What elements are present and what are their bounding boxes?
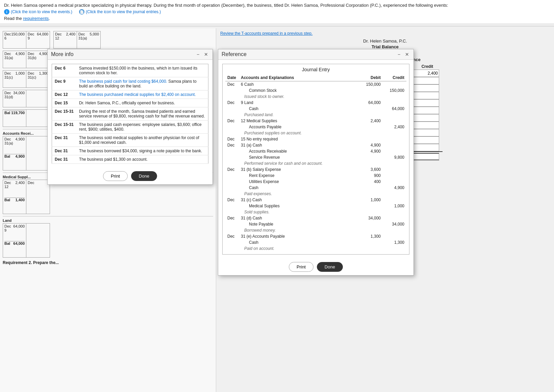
je-account: Purchased supplies on account.: [239, 130, 359, 136]
je-date: Dec: [225, 233, 239, 239]
je-credit: 2,400: [383, 124, 406, 130]
review-taccounts-link[interactable]: Review the T-accounts prepared in a prev…: [220, 31, 550, 36]
main-description: Dr. Helen Samoa opened a medical practic…: [4, 3, 550, 8]
event-text: The business borrowed $34,000, signing a…: [76, 147, 208, 155]
entry-dec31a: Dec 31(a)4,900: [4, 52, 25, 60]
requirement2-label: Requirement 2. Prepare the...: [3, 260, 213, 265]
taccount-dec12: Dec 122,400 Dec 31(a)5,000: [53, 31, 101, 49]
je-account: Performed service for cash and on accoun…: [239, 160, 359, 166]
je-date: [225, 227, 239, 233]
je-debit: [359, 227, 383, 233]
je-row: Medical Supplies1,000: [225, 203, 406, 209]
event-text: The business sold medical supplies to an…: [76, 134, 208, 147]
land-label: Land: [3, 218, 213, 223]
entry-dec31c-right: Dec 31(c)1,300: [28, 71, 48, 79]
event-row: Dec 15-31During the rest of the month, S…: [52, 107, 208, 121]
tb-credit-cell[interactable]: [412, 99, 443, 107]
tb-credit-cell[interactable]: [412, 129, 443, 136]
journal-entry-container: Journal Entry Date Accounts and Explanat…: [222, 64, 409, 255]
je-date: [225, 148, 239, 154]
tb-credit-cell[interactable]: [412, 92, 443, 99]
more-info-close[interactable]: ✕: [203, 51, 209, 57]
reference-dialog[interactable]: Reference − ✕ Journal Entry Date Account…: [218, 49, 414, 276]
ms-dec12: Dec 122,400: [4, 181, 25, 189]
taccount-dec6: Dec 6150,000 Dec 964,000: [3, 31, 50, 49]
doc-icon: 📄: [79, 9, 84, 15]
je-account: Accounts Payable: [239, 124, 359, 130]
je-credit: 34,000: [383, 221, 406, 227]
reference-minimize[interactable]: −: [396, 51, 402, 57]
je-th-date: Date: [225, 74, 239, 81]
je-row: Paid expenses.: [225, 191, 406, 197]
je-date: Dec: [225, 215, 239, 221]
je-debit: [359, 239, 383, 245]
je-debit: [359, 136, 383, 142]
je-account: Issued stock to owner.: [239, 94, 359, 100]
je-account: Cash: [239, 185, 359, 191]
tb-credit-cell[interactable]: [412, 107, 443, 114]
reference-close[interactable]: ✕: [404, 51, 410, 57]
event-text: Dr. Helen Samoa, P.C., officially opened…: [76, 99, 208, 107]
land-bal: Bal64,000: [4, 241, 25, 245]
je-credit: [383, 179, 406, 185]
tb-credit-cell[interactable]: [412, 122, 443, 129]
tb-credit-cell[interactable]: [412, 152, 443, 160]
je-credit: [383, 215, 406, 221]
je-debit: [359, 106, 383, 112]
reference-content: Journal Entry Date Accounts and Explanat…: [218, 60, 413, 259]
je-debit: [359, 130, 383, 136]
more-info-dialog[interactable]: More info − ✕ Dec 6Samoa invested $150,0…: [47, 49, 213, 185]
event-row: Dec 31The business sold medical supplies…: [52, 134, 208, 147]
je-date: [225, 209, 239, 215]
je-account: Accounts Receivable: [239, 148, 359, 154]
more-info-print-button[interactable]: Print: [103, 171, 128, 181]
je-debit: [359, 203, 383, 209]
je-row: Purchased land.: [225, 112, 406, 118]
je-debit: [359, 154, 383, 160]
je-debit: 2,400: [359, 118, 383, 124]
journal-link[interactable]: 📄 (Click the icon to view the journal en…: [79, 9, 161, 15]
tb-report-name: Trial Balance: [220, 44, 550, 49]
je-credit: 9,800: [383, 154, 406, 160]
more-info-minimize[interactable]: −: [195, 51, 201, 57]
tb-credit-cell[interactable]: [412, 144, 443, 152]
je-credit: 150,000: [383, 87, 406, 94]
je-date: Dec: [225, 100, 239, 106]
more-info-done-button[interactable]: Done: [131, 171, 157, 181]
requirements-link[interactable]: requirements: [23, 16, 49, 21]
taccount-land: Dec 964,000 Bal64,000: [3, 223, 213, 258]
tb-credit-cell[interactable]: [412, 136, 443, 144]
je-credit: [383, 197, 406, 203]
tb-credit-cell[interactable]: [412, 70, 443, 77]
top-section: Dr. Helen Samoa opened a medical practic…: [0, 0, 554, 24]
event-row: Dec 6Samoa invested $150,000 in the busi…: [52, 64, 208, 77]
events-link[interactable]: i (Click the icon to view the events.): [4, 9, 72, 15]
je-title: Journal Entry: [225, 67, 406, 72]
je-credit: [383, 112, 406, 118]
je-credit: [383, 81, 406, 88]
je-th-credit: Credit: [383, 74, 406, 81]
reference-done-button[interactable]: Done: [317, 262, 343, 272]
je-credit: 1,300: [383, 239, 406, 245]
je-account: 9 Land: [239, 100, 359, 106]
je-row: Cash1,300: [225, 239, 406, 245]
je-account: 31 (e) Accounts Payable: [239, 233, 359, 239]
je-debit: 150,000: [359, 81, 383, 88]
event-text: The business purchased medical supplies …: [76, 90, 208, 99]
je-credit: [383, 148, 406, 154]
event-row: Dec 12The business purchased medical sup…: [52, 90, 208, 99]
reference-print-button[interactable]: Print: [289, 262, 313, 272]
tb-credit-cell[interactable]: [412, 114, 443, 122]
je-date: [225, 124, 239, 130]
events-table: Dec 6Samoa invested $150,000 in the busi…: [52, 64, 208, 164]
tb-credit-cell[interactable]: [412, 77, 443, 84]
je-date: Dec: [225, 118, 239, 124]
je-date: [225, 179, 239, 185]
je-row: Dec6 Cash150,000: [225, 81, 406, 88]
tb-credit-cell[interactable]: [412, 84, 443, 92]
event-row: Dec 31The business borrowed $34,000, sig…: [52, 147, 208, 155]
event-date: Dec 6: [52, 64, 77, 77]
info-icon: i: [4, 9, 9, 15]
je-th-accounts: Accounts and Explanations: [239, 74, 359, 81]
je-row: Cash64,000: [225, 106, 406, 112]
